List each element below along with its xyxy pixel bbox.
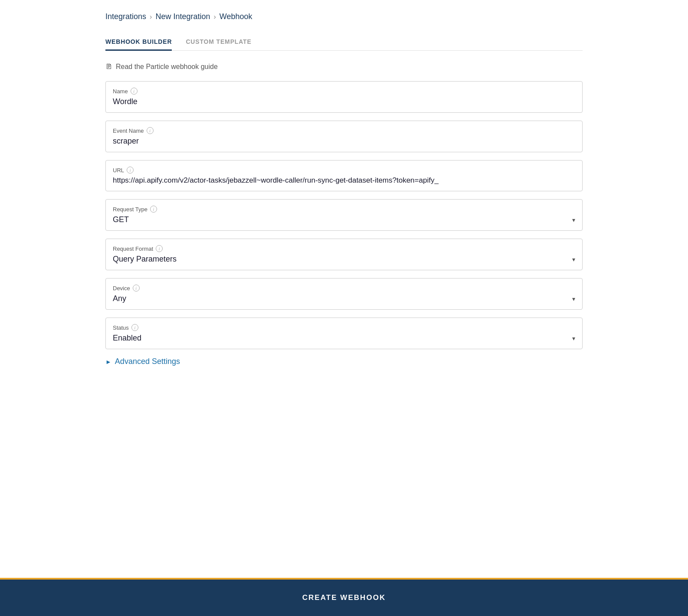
- status-info-icon[interactable]: i: [131, 324, 138, 331]
- status-label-text: Status: [113, 324, 129, 331]
- device-label: Device i: [113, 285, 575, 292]
- document-icon: 🖹: [105, 63, 112, 71]
- event-name-label: Event Name i: [113, 127, 575, 134]
- url-label: URL i: [113, 167, 575, 174]
- url-label-text: URL: [113, 167, 124, 174]
- breadcrumb-sep-2: ›: [213, 13, 216, 21]
- breadcrumb-integrations[interactable]: Integrations: [105, 12, 146, 21]
- status-value: Enabled: [113, 334, 141, 343]
- breadcrumb-webhook: Webhook: [220, 12, 252, 21]
- breadcrumb-sep-1: ›: [150, 13, 152, 21]
- request-type-field: Request Type i GET ▾: [105, 199, 583, 231]
- create-webhook-button[interactable]: CREATE WEBHOOK: [302, 593, 386, 602]
- guide-link[interactable]: 🖹 Read the Particle webhook guide: [105, 63, 583, 71]
- advanced-settings-toggle[interactable]: ► Advanced Settings: [105, 357, 583, 366]
- status-label: Status i: [113, 324, 575, 331]
- url-input[interactable]: [113, 176, 575, 185]
- request-type-value: GET: [113, 215, 129, 224]
- event-name-field: Event Name i: [105, 121, 583, 152]
- advanced-chevron-icon: ►: [105, 358, 111, 365]
- advanced-settings-label: Advanced Settings: [115, 357, 180, 366]
- url-info-icon[interactable]: i: [127, 167, 134, 174]
- status-select[interactable]: Enabled ▾: [113, 334, 575, 343]
- device-info-icon[interactable]: i: [133, 285, 140, 292]
- bottom-bar: CREATE WEBHOOK: [0, 578, 688, 616]
- name-input[interactable]: [113, 97, 575, 106]
- request-type-chevron-icon: ▾: [572, 216, 575, 223]
- request-type-info-icon[interactable]: i: [150, 206, 157, 213]
- name-field: Name i: [105, 81, 583, 113]
- breadcrumb-new-integration[interactable]: New Integration: [155, 12, 210, 21]
- event-name-label-text: Event Name: [113, 128, 144, 134]
- request-format-select[interactable]: Query Parameters ▾: [113, 255, 575, 264]
- device-label-text: Device: [113, 285, 130, 292]
- request-type-select[interactable]: GET ▾: [113, 215, 575, 224]
- device-field: Device i Any ▾: [105, 278, 583, 310]
- guide-link-text: Read the Particle webhook guide: [116, 63, 218, 71]
- tab-custom-template[interactable]: CUSTOM TEMPLATE: [186, 34, 251, 51]
- request-format-value: Query Parameters: [113, 255, 177, 264]
- tab-webhook-builder[interactable]: WEBHOOK BUILDER: [105, 34, 172, 51]
- tabs-container: WEBHOOK BUILDER CUSTOM TEMPLATE: [105, 33, 583, 51]
- request-format-chevron-icon: ▾: [572, 256, 575, 263]
- request-format-field: Request Format i Query Parameters ▾: [105, 239, 583, 270]
- breadcrumb: Integrations › New Integration › Webhook: [105, 12, 583, 21]
- request-format-label: Request Format i: [113, 245, 575, 252]
- name-label-text: Name: [113, 88, 128, 95]
- status-field: Status i Enabled ▾: [105, 318, 583, 349]
- request-format-info-icon[interactable]: i: [156, 245, 163, 252]
- request-type-label-text: Request Type: [113, 206, 147, 213]
- request-format-label-text: Request Format: [113, 246, 153, 252]
- event-name-input[interactable]: [113, 137, 575, 146]
- device-value: Any: [113, 294, 126, 303]
- name-info-icon[interactable]: i: [131, 88, 138, 95]
- status-chevron-icon: ▾: [572, 335, 575, 342]
- name-label: Name i: [113, 88, 575, 95]
- url-field: URL i: [105, 160, 583, 191]
- event-name-info-icon[interactable]: i: [147, 127, 154, 134]
- device-chevron-icon: ▾: [572, 295, 575, 302]
- request-type-label: Request Type i: [113, 206, 575, 213]
- device-select[interactable]: Any ▾: [113, 294, 575, 303]
